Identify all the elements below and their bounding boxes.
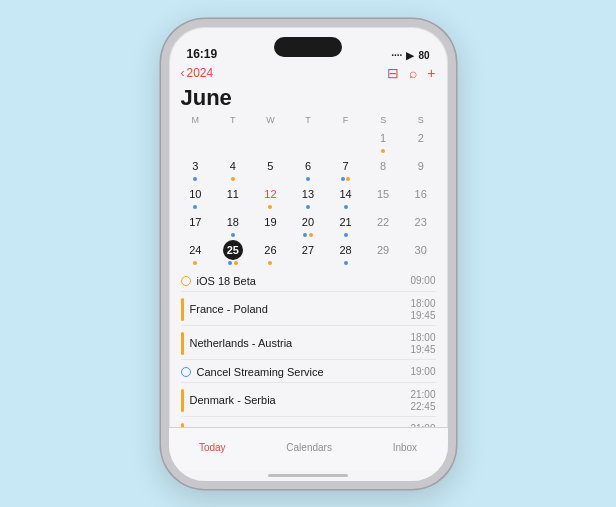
day-dots — [381, 149, 385, 153]
day-number: 14 — [336, 184, 356, 204]
event-dot — [381, 149, 385, 153]
tab-bar: Today Calendars Inbox — [169, 427, 448, 471]
tab-inbox[interactable]: Inbox — [393, 442, 417, 453]
event-indicator — [181, 389, 184, 412]
cal-day-29[interactable]: 29 — [364, 239, 402, 267]
cal-day-12[interactable]: 12 — [252, 183, 290, 211]
tab-today[interactable]: Today — [199, 442, 226, 453]
day-number: 4 — [223, 156, 243, 176]
cal-day-7[interactable]: 7 — [327, 155, 365, 183]
back-button[interactable]: ‹ 2024 — [181, 66, 214, 80]
event-body: iOS 18 Beta — [197, 275, 405, 287]
event-start-time: 21:00 — [410, 389, 435, 400]
tab-calendars[interactable]: Calendars — [286, 442, 332, 453]
dynamic-island — [274, 37, 342, 57]
cal-day-empty — [252, 127, 290, 155]
cal-day-3[interactable]: 3 — [177, 155, 215, 183]
cal-day-27[interactable]: 27 — [289, 239, 327, 267]
view-toggle-icon[interactable]: ⊟ — [387, 65, 399, 81]
day-number: 17 — [185, 212, 205, 232]
cal-day-16[interactable]: 16 — [402, 183, 440, 211]
day-dots — [341, 177, 351, 181]
event-indicator — [181, 276, 191, 286]
cal-day-14[interactable]: 14 — [327, 183, 365, 211]
cal-day-13[interactable]: 13 — [289, 183, 327, 211]
event-start-time: 09:00 — [410, 275, 435, 286]
cal-day-15[interactable]: 15 — [364, 183, 402, 211]
cal-day-20[interactable]: 20 — [289, 211, 327, 239]
cal-day-6[interactable]: 6 — [289, 155, 327, 183]
event-start-time: 19:00 — [410, 366, 435, 377]
day-headers: M T W T F S S — [169, 115, 448, 127]
cal-day-19[interactable]: 19 — [252, 211, 290, 239]
cal-day-28[interactable]: 28 — [327, 239, 365, 267]
event-item[interactable]: Cancel Streaming Service19:00 — [181, 362, 436, 383]
event-item[interactable]: Netherlands - Austria18:0019:45 — [181, 328, 436, 360]
day-dots — [306, 177, 310, 181]
day-number — [260, 128, 280, 148]
cal-day-2[interactable]: 2 — [402, 127, 440, 155]
event-item[interactable]: iOS 18 Beta09:00 — [181, 271, 436, 292]
event-end-time: 19:45 — [410, 344, 435, 355]
month-title: June — [169, 85, 448, 115]
cal-day-23[interactable]: 23 — [402, 211, 440, 239]
header-icons: ⊟ ⌕ + — [387, 65, 435, 81]
event-body: Denmark - Serbia — [190, 389, 405, 412]
day-header-tue: T — [214, 115, 252, 127]
cal-day-4[interactable]: 4 — [214, 155, 252, 183]
home-bar — [268, 474, 348, 477]
cal-day-30[interactable]: 30 — [402, 239, 440, 267]
day-dots — [231, 177, 235, 181]
back-chevron-icon: ‹ — [181, 66, 185, 80]
day-number: 6 — [298, 156, 318, 176]
event-name: Netherlands - Austria — [190, 337, 405, 349]
back-year-label: 2024 — [187, 66, 214, 80]
event-indicator — [181, 367, 191, 377]
add-event-icon[interactable]: + — [427, 65, 435, 81]
day-number: 3 — [185, 156, 205, 176]
search-icon[interactable]: ⌕ — [409, 65, 417, 81]
cal-header: ‹ 2024 ⊟ ⌕ + — [169, 65, 448, 85]
cal-day-17[interactable]: 17 — [177, 211, 215, 239]
cal-day-11[interactable]: 11 — [214, 183, 252, 211]
event-dot — [193, 205, 197, 209]
event-dot — [228, 261, 232, 265]
event-body: France - Poland — [190, 298, 405, 321]
day-number: 9 — [411, 156, 431, 176]
day-number: 25 — [223, 240, 243, 260]
event-dot — [303, 233, 307, 237]
day-number: 24 — [185, 240, 205, 260]
cal-day-5[interactable]: 5 — [252, 155, 290, 183]
cal-day-24[interactable]: 24 — [177, 239, 215, 267]
day-number: 10 — [185, 184, 205, 204]
day-number: 19 — [260, 212, 280, 232]
event-dot — [309, 233, 313, 237]
cal-day-8[interactable]: 8 — [364, 155, 402, 183]
event-item[interactable]: England - Slovenia21:0022:45 — [181, 419, 436, 427]
day-dots — [193, 261, 197, 265]
day-number: 22 — [373, 212, 393, 232]
battery-icon: 80 — [418, 50, 429, 61]
cal-day-26[interactable]: 26 — [252, 239, 290, 267]
day-number: 23 — [411, 212, 431, 232]
day-number: 29 — [373, 240, 393, 260]
day-number: 8 — [373, 156, 393, 176]
cal-day-25[interactable]: 25 — [214, 239, 252, 267]
cal-day-18[interactable]: 18 — [214, 211, 252, 239]
cal-day-21[interactable]: 21 — [327, 211, 365, 239]
event-dot — [306, 205, 310, 209]
status-time: 16:19 — [187, 47, 218, 61]
cal-day-22[interactable]: 22 — [364, 211, 402, 239]
day-header-wed: W — [252, 115, 290, 127]
cal-day-10[interactable]: 10 — [177, 183, 215, 211]
event-dot — [344, 233, 348, 237]
event-indicator — [181, 332, 184, 355]
cal-day-1[interactable]: 1 — [364, 127, 402, 155]
event-dot — [344, 205, 348, 209]
event-time-col: 09:00 — [410, 275, 435, 287]
event-dot — [344, 261, 348, 265]
event-item[interactable]: France - Poland18:0019:45 — [181, 294, 436, 326]
event-item[interactable]: Denmark - Serbia21:0022:45 — [181, 385, 436, 417]
cal-day-9[interactable]: 9 — [402, 155, 440, 183]
calendars-label: Calendars — [286, 442, 332, 453]
